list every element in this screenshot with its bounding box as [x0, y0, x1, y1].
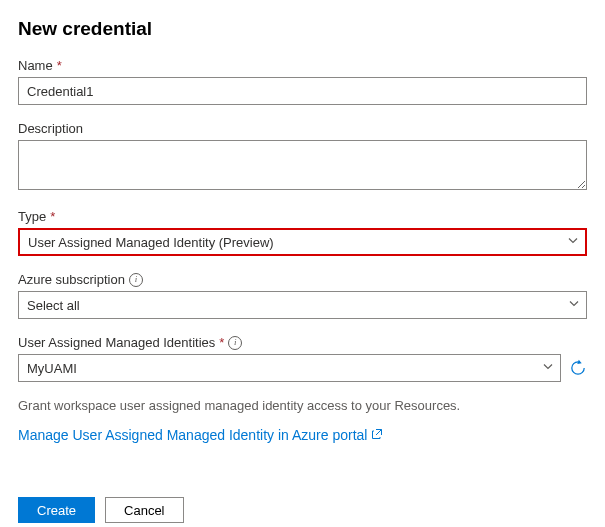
- info-icon[interactable]: i: [129, 273, 143, 287]
- name-label: Name: [18, 58, 53, 73]
- link-text: Manage User Assigned Managed Identity in…: [18, 427, 367, 443]
- type-field: Type * User Assigned Managed Identity (P…: [18, 209, 587, 256]
- required-indicator: *: [57, 58, 62, 73]
- helper-text: Grant workspace user assigned managed id…: [18, 398, 587, 413]
- description-input[interactable]: [18, 140, 587, 190]
- type-select[interactable]: User Assigned Managed Identity (Preview): [18, 228, 587, 256]
- chevron-down-icon: [542, 361, 554, 376]
- identities-field: User Assigned Managed Identities * i MyU…: [18, 335, 587, 382]
- external-link-icon: [371, 427, 383, 443]
- info-icon[interactable]: i: [228, 336, 242, 350]
- manage-identity-link[interactable]: Manage User Assigned Managed Identity in…: [18, 427, 383, 443]
- subscription-select[interactable]: Select all: [18, 291, 587, 319]
- name-field: Name *: [18, 58, 587, 105]
- subscription-label: Azure subscription: [18, 272, 125, 287]
- name-input[interactable]: [18, 77, 587, 105]
- subscription-select-value: Select all: [27, 298, 80, 313]
- chevron-down-icon: [568, 298, 580, 313]
- type-select-value: User Assigned Managed Identity (Preview): [28, 235, 274, 250]
- description-label: Description: [18, 121, 83, 136]
- required-indicator: *: [50, 209, 55, 224]
- cancel-button[interactable]: Cancel: [105, 497, 183, 523]
- description-field: Description: [18, 121, 587, 193]
- button-row: Create Cancel: [18, 497, 587, 523]
- refresh-icon[interactable]: [569, 359, 587, 377]
- create-button[interactable]: Create: [18, 497, 95, 523]
- page-title: New credential: [18, 18, 587, 40]
- chevron-down-icon: [567, 235, 579, 250]
- type-label: Type: [18, 209, 46, 224]
- identities-label: User Assigned Managed Identities: [18, 335, 215, 350]
- subscription-field: Azure subscription i Select all: [18, 272, 587, 319]
- identities-select-value: MyUAMI: [27, 361, 77, 376]
- identities-select[interactable]: MyUAMI: [18, 354, 561, 382]
- required-indicator: *: [219, 335, 224, 350]
